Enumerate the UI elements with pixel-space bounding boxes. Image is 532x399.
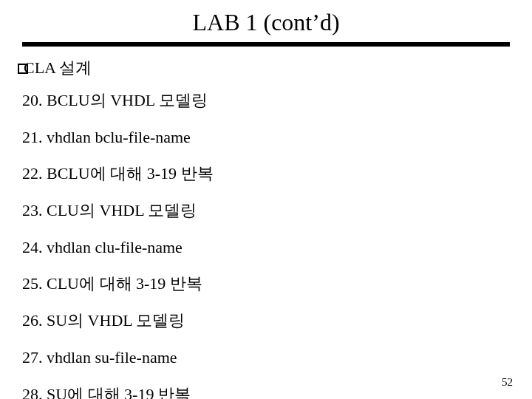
list-item: 23. CLU의 VHDL 모델링: [22, 200, 510, 222]
list-item: 26. SU의 VHDL 모델링: [22, 310, 510, 332]
page-number: 52: [502, 376, 513, 389]
slide: LAB 1 (cont’d) CLA 설계 20. BCLU의 VHDL 모델링…: [0, 0, 532, 399]
list-item: 27. vhdlan su-file-name: [22, 347, 510, 369]
list-item: 28. SU에 대해 3-19 반복: [22, 383, 510, 400]
list-item: 25. CLU에 대해 3-19 반복: [22, 273, 510, 295]
bullet-text: CLA 설계: [24, 57, 92, 79]
list-item: 22. BCLU에 대해 3-19 반복: [22, 163, 510, 185]
list-item: 24. vhdlan clu-file-name: [22, 236, 510, 259]
slide-content: CLA 설계 20. BCLU의 VHDL 모델링 21. vhdlan bcl…: [0, 54, 532, 399]
square-bullet-icon: [18, 64, 28, 74]
bullet-row: CLA 설계: [22, 57, 510, 79]
slide-title: LAB 1 (cont’d): [0, 0, 532, 41]
title-underline: [22, 42, 510, 47]
list-item: 21. vhdlan bclu-file-name: [22, 126, 510, 149]
list-item: 20. BCLU의 VHDL 모델링: [22, 89, 510, 112]
